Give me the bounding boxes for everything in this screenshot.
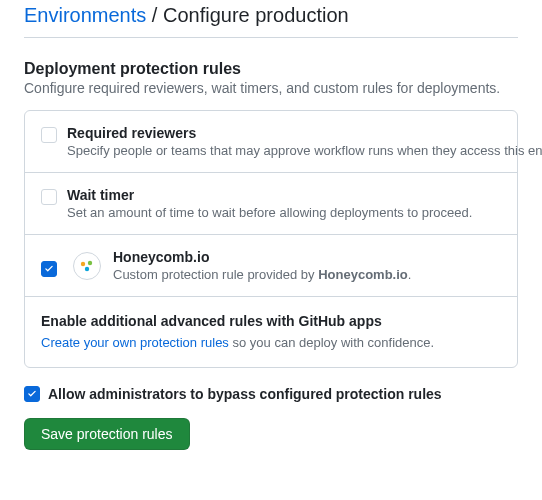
rule-required-reviewers: Required reviewers Specify people or tea… [25,111,517,173]
breadcrumb-separator: / [146,4,163,26]
wait-timer-desc: Set an amount of time to wait before all… [67,205,501,220]
breadcrumb: Environments / Configure production [24,0,518,38]
honeycomb-desc-suffix: . [408,267,412,282]
rule-wait-timer: Wait timer Set an amount of time to wait… [25,173,517,235]
wait-timer-title: Wait timer [67,187,501,203]
rule-honeycomb: Honeycomb.io Custom protection rule prov… [25,235,517,297]
breadcrumb-parent-link[interactable]: Environments [24,4,146,26]
svg-point-2 [88,260,92,264]
honeycomb-icon [73,252,101,280]
required-reviewers-checkbox[interactable] [41,127,57,143]
bypass-label: Allow administrators to bypass configure… [48,386,442,402]
honeycomb-desc-app: Honeycomb.io [318,267,408,282]
advanced-rest: so you can deploy with confidence. [229,335,434,350]
svg-point-1 [85,266,89,270]
wait-timer-checkbox[interactable] [41,189,57,205]
required-reviewers-desc: Specify people or teams that may approve… [67,143,501,158]
honeycomb-desc: Custom protection rule provided by Honey… [113,267,501,282]
breadcrumb-current: Configure production [163,4,349,26]
rule-advanced: Enable additional advanced rules with Gi… [25,297,517,367]
section-subtitle: Configure required reviewers, wait timer… [24,80,518,96]
section-title: Deployment protection rules [24,60,518,78]
honeycomb-title: Honeycomb.io [113,249,501,265]
protection-rules-box: Required reviewers Specify people or tea… [24,110,518,368]
honeycomb-checkbox[interactable] [41,261,57,277]
honeycomb-desc-prefix: Custom protection rule provided by [113,267,318,282]
advanced-link[interactable]: Create your own protection rules [41,335,229,350]
save-button[interactable]: Save protection rules [24,418,190,450]
svg-point-0 [81,261,85,265]
required-reviewers-title: Required reviewers [67,125,501,141]
bypass-checkbox[interactable] [24,386,40,402]
bypass-row: Allow administrators to bypass configure… [24,386,518,402]
advanced-title: Enable additional advanced rules with Gi… [41,313,501,329]
